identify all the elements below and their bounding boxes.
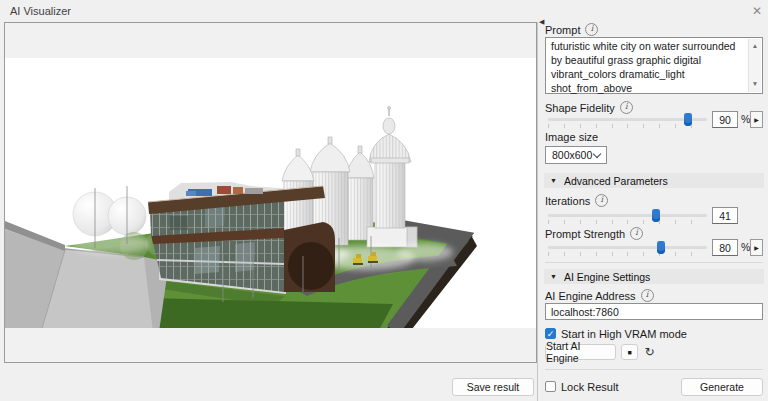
close-icon[interactable]: ✕: [748, 2, 766, 20]
preview-viewport: [4, 22, 537, 363]
scroll-up-icon[interactable]: ▲: [752, 42, 758, 51]
prompt-textarea[interactable]: futuristic white city on water surrounde…: [545, 37, 763, 94]
chevron-down-icon: [593, 149, 601, 157]
prompt-strength-value[interactable]: 80: [712, 239, 738, 256]
collapse-panel-icon[interactable]: ◀: [539, 18, 544, 26]
ai-engine-address-input[interactable]: [545, 303, 763, 320]
image-size-label: Image size: [545, 131, 598, 143]
section-collapse-icon[interactable]: ▼: [550, 177, 557, 184]
image-size-dropdown[interactable]: 800x600: [545, 146, 607, 164]
generate-button[interactable]: Generate: [681, 378, 763, 396]
footer-separator: [545, 369, 763, 370]
slider-handle[interactable]: [657, 241, 665, 254]
stop-engine-button[interactable]: ■: [621, 344, 638, 360]
slider-handle[interactable]: [684, 113, 692, 126]
preview-image: [5, 58, 536, 328]
shape-fidelity-value[interactable]: 90: [712, 111, 738, 128]
ai-visualizer-dialog: AI Visualizer ✕: [0, 0, 768, 401]
iterations-value[interactable]: 41: [712, 207, 738, 224]
panel-divider: [537, 22, 538, 401]
section-separator: [545, 262, 763, 263]
slider-handle[interactable]: [652, 209, 660, 222]
vram-checkbox[interactable]: ✓: [545, 328, 556, 339]
textarea-scrollbar[interactable]: ▲ ▼: [748, 39, 761, 92]
lock-result-label: Lock Result: [561, 381, 618, 393]
percent-label: %: [741, 241, 750, 253]
shape-fidelity-slider[interactable]: [548, 110, 707, 128]
ai-engine-address-label: AI Engine Address i: [545, 289, 654, 302]
prompt-label: Prompt i: [545, 23, 598, 36]
percent-label: %: [741, 113, 750, 125]
refresh-icon[interactable]: ↻: [642, 344, 657, 360]
spherical-tanks: [73, 192, 146, 236]
vram-checkbox-label: Start in High VRAM mode: [561, 328, 687, 340]
lock-result-checkbox[interactable]: [545, 381, 556, 392]
advanced-parameters-header[interactable]: ▼ Advanced Parameters: [544, 173, 764, 188]
prompt-strength-slider[interactable]: [548, 238, 707, 256]
section-collapse-icon[interactable]: ▼: [550, 273, 557, 280]
info-icon[interactable]: i: [641, 289, 654, 302]
stepper-button[interactable]: ▶: [750, 111, 763, 128]
window-title: AI Visualizer: [10, 5, 71, 17]
start-ai-engine-button[interactable]: Start AI Engine: [545, 344, 616, 360]
ai-engine-settings-header[interactable]: ▼ AI Engine Settings: [544, 269, 764, 284]
iterations-slider[interactable]: [548, 206, 707, 224]
info-icon[interactable]: i: [585, 23, 598, 36]
scroll-down-icon[interactable]: ▼: [752, 80, 758, 89]
stepper-button[interactable]: ▶: [750, 239, 763, 256]
save-result-button[interactable]: Save result: [452, 378, 534, 396]
